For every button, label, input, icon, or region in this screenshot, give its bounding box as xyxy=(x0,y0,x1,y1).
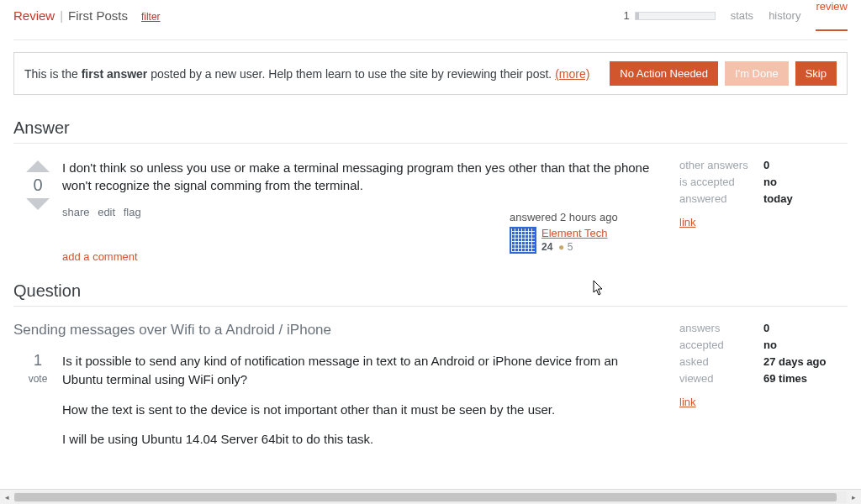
no-action-needed-button[interactable]: No Action Needed xyxy=(610,61,718,86)
question-para-3: I will be using Ubuntu 14.04 Server 64bi… xyxy=(62,430,654,449)
side-k-other-answers: other answers xyxy=(679,159,763,171)
edit-link[interactable]: edit xyxy=(98,206,115,218)
question-row: Sending messages over Wifi to a Android … xyxy=(13,322,848,460)
divider xyxy=(13,143,848,144)
question-title: Sending messages over Wifi to a Android … xyxy=(13,322,679,339)
notice-buttons: No Action Needed I'm Done Skip xyxy=(610,61,837,86)
side-k-viewed: viewed xyxy=(679,372,763,385)
bronze-badge-count: 5 xyxy=(568,241,573,253)
user-reputation: 24 ● 5 xyxy=(541,241,608,253)
answer-section-title: Answer xyxy=(13,118,848,138)
side-k-asked: asked xyxy=(679,355,763,368)
skip-button[interactable]: Skip xyxy=(795,61,837,86)
filter-link[interactable]: filter xyxy=(141,11,161,23)
side-k-answers: answers xyxy=(679,322,763,334)
im-done-button: I'm Done xyxy=(725,61,789,86)
side-v-is-accepted: no xyxy=(763,176,777,188)
question-section-title: Question xyxy=(13,281,848,301)
bronze-badge-icon: ● xyxy=(558,241,564,253)
side-v-answered: today xyxy=(763,192,793,205)
notice-bold: first answer xyxy=(82,67,148,81)
question-vote-label: vote xyxy=(13,373,62,385)
upvote-icon[interactable] xyxy=(26,160,50,172)
tab-stats[interactable]: stats xyxy=(731,9,753,22)
review-notice: This is the first answer posted by a new… xyxy=(13,52,848,95)
side-v-accepted: no xyxy=(763,339,777,351)
side-v-answers: 0 xyxy=(763,322,769,334)
rep-value: 24 xyxy=(541,241,552,253)
topbar-right: 1 stats history review xyxy=(623,0,848,31)
question-permalink[interactable]: link xyxy=(679,396,848,408)
scrollbar-track[interactable] xyxy=(14,491,847,503)
question-para-1: Is it possible to send any kind of notif… xyxy=(62,352,654,389)
progress-count: 1 xyxy=(623,9,629,22)
answer-row: 0 I don't think so unless you use or mak… xyxy=(13,159,848,263)
tab-history[interactable]: history xyxy=(769,9,800,22)
progress-bar xyxy=(635,12,716,20)
side-k-is-accepted: is accepted xyxy=(679,176,763,188)
review-topbar: Review | First Posts filter 1 stats hist… xyxy=(13,0,848,40)
side-v-asked: 27 days ago xyxy=(763,355,826,368)
answer-text: I don't think so unless you use or make … xyxy=(62,159,663,194)
review-link[interactable]: Review xyxy=(13,8,55,23)
flag-link[interactable]: flag xyxy=(124,206,141,218)
side-k-accepted: accepted xyxy=(679,339,763,351)
breadcrumb-current: First Posts xyxy=(68,8,128,23)
scroll-left-icon[interactable]: ◂ xyxy=(0,491,14,504)
answered-time: answered 2 hours ago xyxy=(510,211,656,223)
user-name-link[interactable]: Element Tech xyxy=(541,227,608,239)
share-link[interactable]: share xyxy=(62,206,90,218)
horizontal-scrollbar[interactable]: ◂ ▸ xyxy=(0,489,861,504)
question-body: Is it possible to send any kind of notif… xyxy=(62,352,679,460)
answer-score: 0 xyxy=(13,176,62,195)
breadcrumb-separator: | xyxy=(60,8,63,23)
downvote-icon[interactable] xyxy=(26,198,50,210)
question-side-info: answers0 acceptedno asked27 days ago vie… xyxy=(679,322,848,460)
question-main: Sending messages over Wifi to a Android … xyxy=(13,322,679,460)
add-comment-link[interactable]: add a comment xyxy=(62,250,138,263)
answer-user-card: answered 2 hours ago Element Tech 24 ● 5 xyxy=(503,206,663,259)
answer-body: I don't think so unless you use or make … xyxy=(62,159,679,263)
side-v-viewed: 69 times xyxy=(763,372,807,385)
review-progress: 1 xyxy=(623,9,715,22)
scrollbar-thumb[interactable] xyxy=(14,493,837,501)
notice-text: This is the first answer posted by a new… xyxy=(24,67,589,81)
scroll-right-icon[interactable]: ▸ xyxy=(847,491,861,504)
answer-side-info: other answers0 is acceptedno answeredtod… xyxy=(679,159,848,263)
question-para-2: How the text is sent to the device is no… xyxy=(62,401,654,419)
answer-permalink[interactable]: link xyxy=(679,216,848,228)
side-v-other-answers: 0 xyxy=(763,159,769,171)
divider xyxy=(13,306,848,307)
tab-review[interactable]: review xyxy=(816,0,848,31)
notice-more-link[interactable]: (more) xyxy=(555,67,589,81)
notice-pre: This is the xyxy=(24,67,82,81)
answer-vote-column: 0 xyxy=(13,159,62,263)
breadcrumb: Review | First Posts filter xyxy=(13,8,161,23)
avatar[interactable] xyxy=(510,227,536,254)
side-k-answered: answered xyxy=(679,192,763,205)
notice-post: posted by a new user. Help them learn to… xyxy=(147,67,555,81)
question-vote-column: 1 vote xyxy=(13,352,62,460)
question-votes: 1 xyxy=(13,352,62,370)
